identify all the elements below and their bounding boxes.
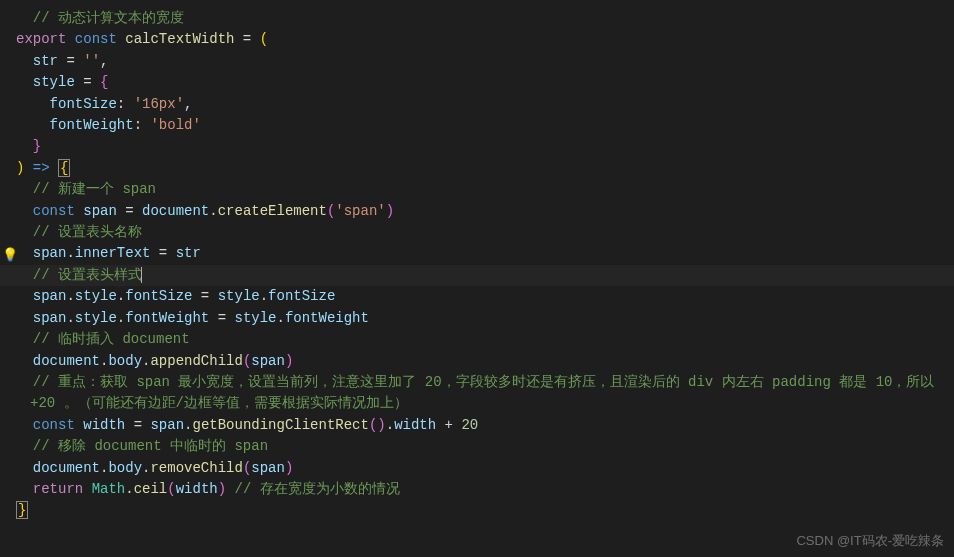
object: document [33,460,100,476]
comment: // 存在宽度为小数的情况 [226,481,400,497]
brace: { [58,159,70,177]
code-line[interactable]: return Math.ceil(width) // 存在宽度为小数的情况 [0,479,954,500]
variable: style [218,288,260,304]
dot: . [260,288,268,304]
comment: // 新建一个 span [33,181,156,197]
method: appendChild [150,353,242,369]
argument: span [251,353,285,369]
code-line[interactable]: // 临时插入 document [0,329,954,350]
dot: . [209,203,217,219]
variable: str [176,245,201,261]
variable: span [33,288,67,304]
brace: { [100,74,108,90]
code-line[interactable]: 💡 span.innerText = str [0,243,954,264]
variable: span [33,310,67,326]
comment: // 移除 document 中临时的 span [33,438,268,454]
paren: ) [377,417,385,433]
dot: . [66,310,74,326]
arrow: => [24,160,58,176]
property: width [394,417,436,433]
operator: = [58,53,83,69]
string: 'span' [335,203,385,219]
code-line[interactable]: // 动态计算文本的宽度 [0,8,954,29]
paren: ( [260,31,268,47]
colon: : [134,117,151,133]
comment: // 设置表头名称 [33,224,142,240]
lightbulb-icon[interactable]: 💡 [2,245,18,266]
string: 'bold' [150,117,200,133]
code-line[interactable]: document.body.removeChild(span) [0,458,954,479]
code-line[interactable]: // 重点：获取 span 最小宽度，设置当前列，注意这里加了 20，字段较多时… [0,372,954,415]
class: Math [92,481,126,497]
code-line[interactable]: str = '', [0,51,954,72]
paren: ) [285,460,293,476]
code-line[interactable]: ) => { [0,158,954,179]
object: document [142,203,209,219]
operator: = [125,417,150,433]
brace: } [33,138,41,154]
argument: span [251,460,285,476]
code-line[interactable]: // 移除 document 中临时的 span [0,436,954,457]
method: getBoundingClientRect [192,417,368,433]
code-line-active[interactable]: // 设置表头样式 [0,265,954,286]
code-line[interactable]: span.style.fontWeight = style.fontWeight [0,308,954,329]
dot: . [66,245,74,261]
property: style [75,310,117,326]
string: '' [83,53,100,69]
cursor [141,267,142,283]
code-line[interactable]: } [0,136,954,157]
code-line[interactable]: const width = span.getBoundingClientRect… [0,415,954,436]
operator: = [209,310,234,326]
code-line[interactable]: } [0,500,954,521]
keyword: const [33,203,75,219]
method: removeChild [150,460,242,476]
code-editor[interactable]: // 动态计算文本的宽度 export const calcTextWidth … [0,8,954,522]
variable: span [83,203,117,219]
param: style [33,74,75,90]
variable: span [150,417,184,433]
number: 20 [461,417,478,433]
property: fontWeight [50,117,134,133]
property: fontWeight [285,310,369,326]
property: fontSize [50,96,117,112]
object: document [33,353,100,369]
keyword: export [16,31,66,47]
comment: // 重点：获取 span 最小宽度，设置当前列，注意这里加了 20，字段较多时… [30,374,943,411]
function-name: calcTextWidth [125,31,234,47]
code-line[interactable]: export const calcTextWidth = ( [0,29,954,50]
variable: style [234,310,276,326]
keyword: const [75,31,117,47]
property: fontSize [268,288,335,304]
operator: = [234,31,259,47]
dot: . [117,310,125,326]
code-line[interactable]: // 设置表头名称 [0,222,954,243]
code-line[interactable]: // 新建一个 span [0,179,954,200]
operator: = [75,74,100,90]
code-line[interactable]: span.style.fontSize = style.fontSize [0,286,954,307]
dot: . [277,310,285,326]
dot: . [386,417,394,433]
variable: width [83,417,125,433]
operator: = [192,288,217,304]
code-line[interactable]: fontSize: '16px', [0,94,954,115]
param: str [33,53,58,69]
code-line[interactable]: style = { [0,72,954,93]
code-line[interactable]: document.body.appendChild(span) [0,351,954,372]
variable: span [33,245,67,261]
watermark: CSDN @IT码农-爱吃辣条 [796,530,944,551]
comment: // 设置表头样式 [33,267,142,283]
keyword: const [33,417,75,433]
comma: , [184,96,192,112]
paren: ) [285,353,293,369]
property: fontWeight [125,310,209,326]
code-line[interactable]: const span = document.createElement('spa… [0,201,954,222]
comment: // 临时插入 document [33,331,190,347]
paren: ( [167,481,175,497]
brace: } [16,501,28,519]
dot: . [66,288,74,304]
paren: ) [218,481,226,497]
method: createElement [218,203,327,219]
code-line[interactable]: fontWeight: 'bold' [0,115,954,136]
paren: ) [386,203,394,219]
property: style [75,288,117,304]
